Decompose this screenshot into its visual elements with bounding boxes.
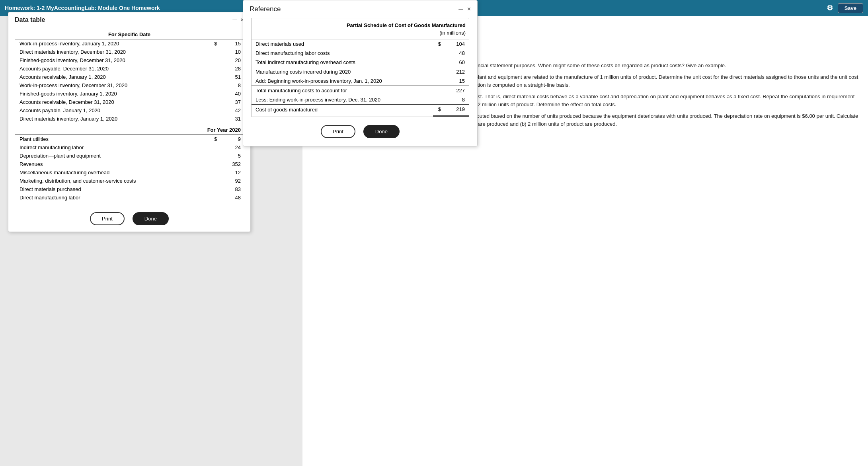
data-table-modal: Data table ─ × For Specific Date Work-in…	[8, 12, 251, 232]
row-value: 219	[445, 105, 469, 116]
row-dollar: $	[433, 105, 445, 116]
reference-modal: Reference ─ × Partial Schedule of Cost o…	[243, 0, 478, 146]
row-dollar	[211, 81, 220, 90]
table-row: Revenues 352	[15, 160, 244, 168]
row-value: 60	[445, 58, 469, 67]
row-value: 51	[220, 73, 244, 81]
row-dollar	[211, 73, 220, 81]
row-value: 40	[220, 90, 244, 98]
row-dollar	[211, 98, 220, 106]
row-label: Direct materials used	[252, 39, 433, 49]
row-label: Direct manufacturing labor costs	[252, 49, 433, 58]
close-icon[interactable]: ×	[467, 6, 471, 13]
data-table-controls[interactable]: ─ ×	[232, 16, 244, 23]
data-table-content: For Specific Date Work-in-process invent…	[8, 26, 250, 206]
gear-icon[interactable]: ⚙	[827, 4, 833, 12]
row-label: Finished-goods inventory, January 1, 202…	[15, 90, 211, 98]
table-row: Finished-goods inventory, December 31, 2…	[15, 56, 244, 64]
row-dollar	[433, 49, 445, 58]
row-label: Revenues	[15, 160, 211, 168]
row-label: Total indirect manufacturing overhead co…	[252, 58, 433, 67]
table-row: Manufacturing costs incurred during 2020…	[252, 67, 469, 77]
reference-modal-header: Reference ─ ×	[243, 0, 477, 18]
row-value: 12	[220, 168, 244, 177]
row-dollar	[211, 64, 220, 73]
row-value: 8	[220, 81, 244, 90]
table-row: Cost of goods manfactured $ 219	[252, 105, 469, 116]
table-row: Miscellaneous manufacturing overhead 12	[15, 168, 244, 177]
data-table-footer: Print Done	[8, 206, 250, 232]
row-dollar	[433, 58, 445, 67]
row-dollar	[211, 90, 220, 98]
row-label: Direct manufacturing labor	[15, 193, 211, 202]
table-row: Depreciation—plant and equipment 5	[15, 152, 244, 160]
row-value: 8	[445, 95, 469, 105]
table-row: Direct materials inventory, December 31,…	[15, 48, 244, 56]
table-row: Accounts receivable, January 1, 2020 51	[15, 73, 244, 81]
table-subtitle-row: (in millions)	[252, 30, 469, 39]
header-right: ⚙ Save	[827, 3, 863, 13]
row-label: Work-in-process inventory, December 31, …	[15, 81, 211, 90]
row-label: Direct materials purchased	[15, 185, 211, 193]
row-label: Depreciation—plant and equipment	[15, 152, 211, 160]
table-row: Direct manufacturing labor 48	[15, 193, 244, 202]
row-label: Cost of goods manfactured	[252, 105, 433, 116]
row-label: Miscellaneous manufacturing overhead	[15, 168, 211, 177]
row-value: 20	[220, 56, 244, 64]
reference-title: Reference	[250, 5, 281, 13]
row-value: 92	[220, 177, 244, 185]
row-dollar	[211, 193, 220, 202]
row-label: Finished-goods inventory, December 31, 2…	[15, 56, 211, 64]
row-value: 352	[220, 160, 244, 168]
row-dollar	[433, 95, 445, 105]
save-button[interactable]: Save	[838, 3, 863, 13]
minimize-icon[interactable]: ─	[232, 16, 237, 23]
row-label: Direct materials inventory, January 1, 2…	[15, 115, 211, 123]
row-value: 10	[220, 48, 244, 56]
row-value: 37	[220, 98, 244, 106]
row-dollar: $	[211, 135, 220, 144]
table-row: Plant utilities $ 9	[15, 135, 244, 144]
table-row: Accounts payable, December 31, 2020 28	[15, 64, 244, 73]
table-row: Direct materials inventory, January 1, 2…	[15, 115, 244, 123]
reference-done-button[interactable]: Done	[363, 125, 400, 138]
section1-header: For Specific Date	[15, 30, 244, 39]
table-title-row: Partial Schedule of Cost of Goods Manufa…	[252, 18, 469, 30]
table-row: Finished-goods inventory, January 1, 202…	[15, 90, 244, 98]
row-label: Accounts receivable, December 31, 2020	[15, 98, 211, 106]
row-value: 15	[445, 76, 469, 86]
row-value: 9	[220, 135, 244, 144]
row-dollar	[211, 143, 220, 152]
reference-controls[interactable]: ─ ×	[458, 6, 471, 13]
data-table-modal-header: Data table ─ ×	[8, 12, 250, 26]
data-table-done-button[interactable]: Done	[133, 212, 169, 225]
data-table-print-button[interactable]: Print	[90, 212, 125, 225]
row-dollar	[211, 48, 220, 56]
row-dollar	[211, 168, 220, 177]
table-row: Add: Beginning work-in-process inventory…	[252, 76, 469, 86]
row-value: 48	[220, 193, 244, 202]
row-value: 227	[445, 86, 469, 96]
reference-table-wrapper: Partial Schedule of Cost of Goods Manufa…	[251, 18, 469, 117]
row-label: Plant utilities	[15, 135, 211, 144]
table-row: Accounts payable, January 1, 2020 42	[15, 106, 244, 115]
minimize-icon[interactable]: ─	[458, 6, 463, 13]
row-label: Total manufacturing costs to account for	[252, 86, 433, 96]
row-value: 15	[220, 39, 244, 48]
row-value: 83	[220, 185, 244, 193]
data-table: For Specific Date Work-in-process invent…	[15, 30, 244, 202]
table-row: Direct materials used $ 104	[252, 39, 469, 49]
table-row: Direct materials purchased 83	[15, 185, 244, 193]
reference-print-button[interactable]: Print	[321, 125, 355, 138]
row-value: 28	[220, 64, 244, 73]
section2-header-row: For Year 2020	[15, 123, 244, 135]
row-label: Accounts receivable, January 1, 2020	[15, 73, 211, 81]
table-row: Work-in-process inventory, December 31, …	[15, 81, 244, 90]
row-value: 31	[220, 115, 244, 123]
row-dollar: $	[433, 39, 445, 49]
section2-header: For Year 2020	[15, 123, 244, 135]
row-label: Accounts payable, January 1, 2020	[15, 106, 211, 115]
row-dollar	[211, 106, 220, 115]
reference-footer: Print Done	[243, 125, 477, 138]
reference-table-title: Partial Schedule of Cost of Goods Manufa…	[252, 18, 469, 30]
